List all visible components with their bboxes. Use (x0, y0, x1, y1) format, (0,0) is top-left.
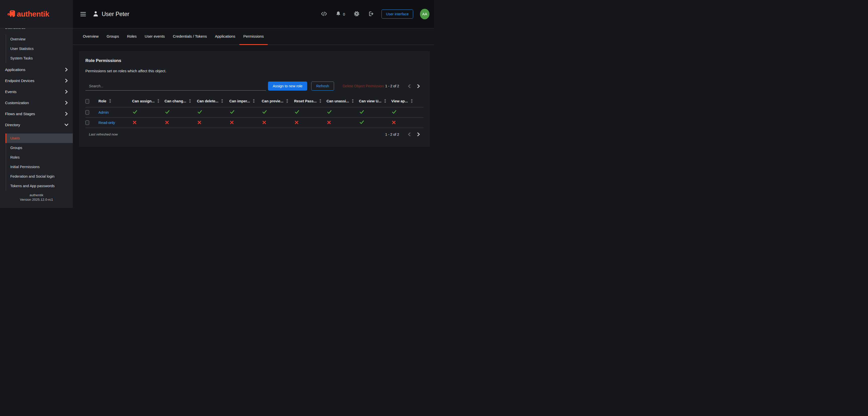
role-link-read-only[interactable]: Read-only (98, 121, 115, 125)
permission-denied-icon (133, 121, 136, 125)
user-interface-button[interactable]: User interface (381, 9, 413, 19)
gear-icon (354, 11, 360, 17)
last-refreshed-text: Last refreshed now (89, 133, 118, 136)
sidebar-item-applications[interactable]: Applications (0, 64, 73, 75)
user-icon (93, 10, 98, 18)
brand-logo[interactable]: authentik (0, 0, 73, 28)
sidebar-item-tokens-and-app-passwords[interactable]: Tokens and App passwords (6, 181, 73, 191)
settings-button[interactable] (353, 10, 361, 18)
next-page-button[interactable] (414, 132, 423, 137)
sort-icon (384, 99, 386, 104)
sidebar-item-endpoint-devices[interactable]: Endpoint Devices (0, 75, 73, 86)
column-header-can-previe[interactable]: Can previe... (262, 96, 294, 107)
sidebar: Dashboards OverviewUser StatisticsSystem… (0, 28, 73, 208)
brand-name: authentik (17, 10, 49, 18)
sidebar-item-users[interactable]: Users (5, 134, 73, 143)
permission-granted-icon (165, 110, 169, 115)
sidebar-item-dashboards-clipped[interactable]: Dashboards (0, 28, 73, 31)
sidebar-item-flows-and-stages[interactable]: Flows and Stages (0, 108, 73, 119)
permission-cell (359, 107, 391, 118)
row-checkbox[interactable] (85, 110, 89, 115)
notifications-button[interactable]: 0 (335, 10, 346, 18)
select-all-checkbox[interactable] (85, 99, 89, 104)
chevron-right-icon (417, 84, 420, 88)
permission-cell (262, 118, 294, 128)
permission-granted-icon (262, 110, 267, 115)
column-header-can-view-u[interactable]: Can view U... (359, 96, 391, 107)
nav-toggle-button[interactable] (79, 10, 87, 18)
chevron-right-icon (65, 68, 68, 71)
column-header-can-assign[interactable]: Can assign... (132, 96, 164, 107)
sort-icon (411, 99, 413, 104)
api-drawer-button[interactable] (320, 10, 328, 18)
permission-granted-icon (360, 110, 364, 115)
column-header-role[interactable]: Role (98, 96, 132, 107)
sort-icon (157, 99, 159, 104)
permission-granted-icon (198, 110, 202, 115)
sidebar-item-events[interactable]: Events (0, 86, 73, 97)
pagination-label: 1 - 2 of 2 (385, 84, 399, 88)
column-header-can-chang[interactable]: Can chang... (164, 96, 197, 107)
masthead: authentik User Peter (0, 0, 434, 28)
next-page-button[interactable] (414, 84, 423, 89)
permission-cell (359, 118, 391, 128)
permission-cell (294, 107, 327, 118)
delete-object-permission-button[interactable]: Delete Object Permission (341, 81, 385, 91)
tab-overview[interactable]: Overview (79, 28, 103, 45)
sidebar-subsection: OverviewUser StatisticsSystem Tasks (6, 34, 73, 63)
sidebar-item-customization[interactable]: Customization (0, 97, 73, 108)
column-header-reset-pass[interactable]: Reset Pass... (294, 96, 327, 107)
refresh-button[interactable]: Refresh (311, 81, 334, 91)
sidebar-item-user-statistics[interactable]: User Statistics (6, 44, 73, 54)
prev-page-button[interactable] (405, 84, 414, 89)
permission-cell (294, 118, 327, 128)
tab-credentials-tokens[interactable]: Credentials / Tokens (169, 28, 211, 45)
column-header-can-unassi[interactable]: Can unassi... (327, 96, 359, 107)
permission-granted-icon (133, 110, 137, 115)
sidebar-item-initial-permissions[interactable]: Initial Permissions (6, 162, 73, 172)
permission-cell (229, 107, 262, 118)
tab-user-events[interactable]: User events (141, 28, 169, 45)
permission-cell (327, 107, 359, 118)
role-cell: Admin (98, 107, 132, 118)
card-title: Role Permissions (85, 58, 423, 63)
row-checkbox[interactable] (85, 120, 89, 125)
sidebar-item-groups[interactable]: Groups (6, 143, 73, 152)
sidebar-item-overview[interactable]: Overview (6, 34, 73, 44)
pagination-top: 1 - 2 of 2 (385, 84, 423, 89)
tab-roles[interactable]: Roles (123, 28, 141, 45)
permission-cell (327, 118, 359, 128)
permission-denied-icon (165, 121, 169, 125)
chevron-right-icon (65, 112, 68, 116)
sidebar-item-system-tasks[interactable]: System Tasks (6, 54, 73, 63)
permission-granted-icon (230, 110, 234, 115)
column-header-can-delete[interactable]: Can delete... (197, 96, 229, 107)
permission-denied-icon (327, 121, 331, 125)
main-content: OverviewGroupsRolesUser eventsCredential… (73, 28, 434, 208)
tab-groups[interactable]: Groups (103, 28, 123, 45)
sidebar-subsection: UsersGroupsRolesInitial PermissionsFeder… (6, 134, 73, 191)
permission-cell (132, 107, 164, 118)
tab-applications[interactable]: Applications (211, 28, 239, 45)
chevron-down-icon (65, 123, 68, 127)
prev-page-button[interactable] (405, 132, 414, 137)
role-link-admin[interactable]: Admin (98, 110, 109, 114)
avatar[interactable]: AA (420, 9, 430, 19)
sidebar-item-roles[interactable]: Roles (6, 152, 73, 162)
chevron-right-icon (65, 79, 68, 82)
column-header-can-imper[interactable]: Can imper... (229, 96, 262, 107)
sort-icon (253, 99, 255, 104)
card-footer: Last refreshed now 1 - 2 of 2 (85, 132, 423, 137)
sidebar-item-federation-and-social-login[interactable]: Federation and Social login (6, 172, 73, 181)
sign-out-button[interactable] (367, 10, 375, 18)
sidebar-item-directory[interactable]: Directory (0, 119, 73, 130)
search-input[interactable] (85, 82, 266, 91)
chevron-right-icon (65, 101, 68, 105)
column-header-view-ap[interactable]: View ap... (391, 96, 424, 107)
role-permissions-card: Role Permissions Permissions set on role… (79, 51, 430, 147)
assign-to-new-role-button[interactable]: Assign to new role (268, 81, 307, 91)
masthead-actions: 0 User interfa (320, 0, 434, 28)
sidebar-footer-version: Version 2025.12.0-rc1 (0, 198, 73, 202)
chevron-right-icon (417, 133, 420, 136)
tab-permissions[interactable]: Permissions (239, 28, 268, 45)
